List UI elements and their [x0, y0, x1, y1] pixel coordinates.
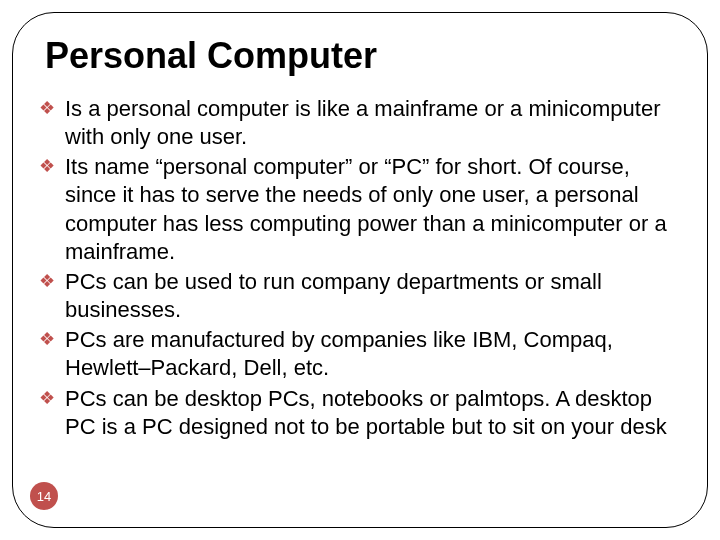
diamond-bullet-icon: ❖ — [39, 330, 55, 348]
diamond-bullet-icon: ❖ — [39, 157, 55, 175]
diamond-bullet-icon: ❖ — [39, 389, 55, 407]
list-item: ❖ Its name “personal computer” or “PC” f… — [39, 153, 683, 266]
diamond-bullet-icon: ❖ — [39, 99, 55, 117]
list-item: ❖ PCs are manufactured by companies like… — [39, 326, 683, 382]
list-item-text: Its name “personal computer” or “PC” for… — [65, 154, 667, 263]
diamond-bullet-icon: ❖ — [39, 272, 55, 290]
list-item: ❖ Is a personal computer is like a mainf… — [39, 95, 683, 151]
list-item-text: PCs can be desktop PCs, notebooks or pal… — [65, 386, 667, 439]
slide: Personal Computer ❖ Is a personal comput… — [0, 0, 720, 540]
list-item-text: PCs are manufactured by companies like I… — [65, 327, 613, 380]
list-item-text: PCs can be used to run company departmen… — [65, 269, 602, 322]
list-item-text: Is a personal computer is like a mainfra… — [65, 96, 660, 149]
list-item: ❖ PCs can be desktop PCs, notebooks or p… — [39, 385, 683, 441]
bullet-list: ❖ Is a personal computer is like a mainf… — [39, 95, 683, 441]
slide-frame: Personal Computer ❖ Is a personal comput… — [12, 12, 708, 528]
slide-title: Personal Computer — [45, 35, 687, 77]
list-item: ❖ PCs can be used to run company departm… — [39, 268, 683, 324]
page-number-badge: 14 — [30, 482, 58, 510]
